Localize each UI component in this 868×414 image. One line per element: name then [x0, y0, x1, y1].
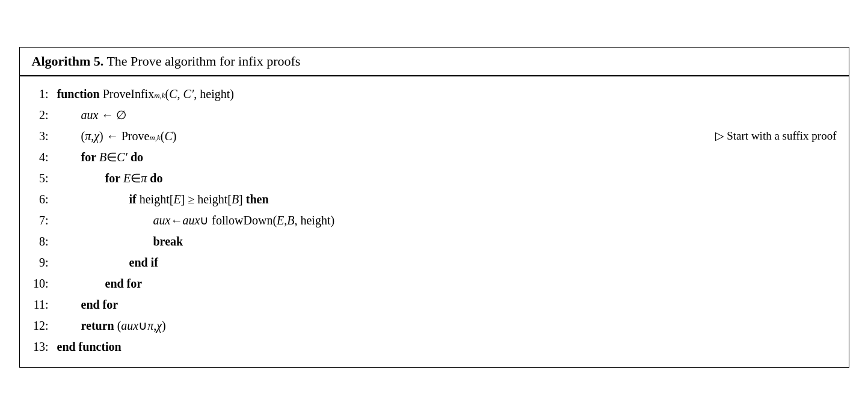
line-content: aux ← ∅: [57, 105, 837, 126]
algorithm-header: Algorithm 5. The Prove algorithm for inf…: [20, 48, 849, 76]
line-number: 2:: [32, 105, 57, 126]
algorithm-line: 11:end for: [32, 294, 837, 315]
algorithm-line: 10:end for: [32, 273, 837, 294]
algorithm-line: 1:function ProveInfixm,k(C, C′, height): [32, 84, 837, 105]
line-content: end if: [57, 252, 837, 273]
line-content: return (aux ∪ π, χ): [57, 315, 837, 336]
algorithm-label: Algorithm 5.: [32, 54, 104, 69]
line-content: end for: [57, 273, 837, 294]
line-content: end function: [57, 336, 837, 357]
algorithm-title: The Prove algorithm for infix proofs: [106, 54, 300, 69]
line-content: for E ∈ π do: [57, 168, 837, 189]
algorithm-line: 8:break: [32, 231, 837, 252]
line-comment: ▷ Start with a suffix proof: [715, 126, 837, 146]
line-content: aux ← aux ∪ followDown(E, B, height): [57, 210, 837, 231]
algorithm-line: 13:end function: [32, 336, 837, 357]
line-number: 5:: [32, 168, 57, 189]
line-number: 10:: [32, 273, 57, 294]
algorithm-line: 12:return (aux ∪ π, χ): [32, 315, 837, 336]
algorithm-body: 1:function ProveInfixm,k(C, C′, height)2…: [20, 76, 849, 367]
line-content: end for: [57, 294, 837, 315]
algorithm-line: 9:end if: [32, 252, 837, 273]
line-number: 11:: [32, 294, 57, 315]
line-content: function ProveInfixm,k(C, C′, height): [57, 84, 837, 105]
algorithm-line: 6:if height[E] ≥ height[B] then: [32, 189, 837, 210]
line-content: for B ∈ C′ do: [57, 147, 837, 168]
line-number: 8:: [32, 231, 57, 252]
line-number: 6:: [32, 189, 57, 210]
algorithm-line: 7:aux ← aux ∪ followDown(E, B, height): [32, 210, 837, 231]
line-number: 4:: [32, 147, 57, 168]
line-number: 7:: [32, 210, 57, 231]
algorithm-line: 5:for E ∈ π do: [32, 168, 837, 189]
line-number: 12:: [32, 315, 57, 336]
algorithm-line: 2:aux ← ∅: [32, 105, 837, 126]
line-number: 9:: [32, 252, 57, 273]
algorithm-box: Algorithm 5. The Prove algorithm for inf…: [19, 47, 849, 368]
line-number: 3:: [32, 126, 57, 147]
algorithm-line: 3:(π, χ) ← Provem,k(C)▷ Start with a suf…: [32, 126, 837, 147]
line-content: if height[E] ≥ height[B] then: [57, 189, 837, 210]
line-number: 1:: [32, 84, 57, 105]
line-content: break: [57, 231, 837, 252]
line-number: 13:: [32, 336, 57, 357]
algorithm-line: 4:for B ∈ C′ do: [32, 147, 837, 168]
